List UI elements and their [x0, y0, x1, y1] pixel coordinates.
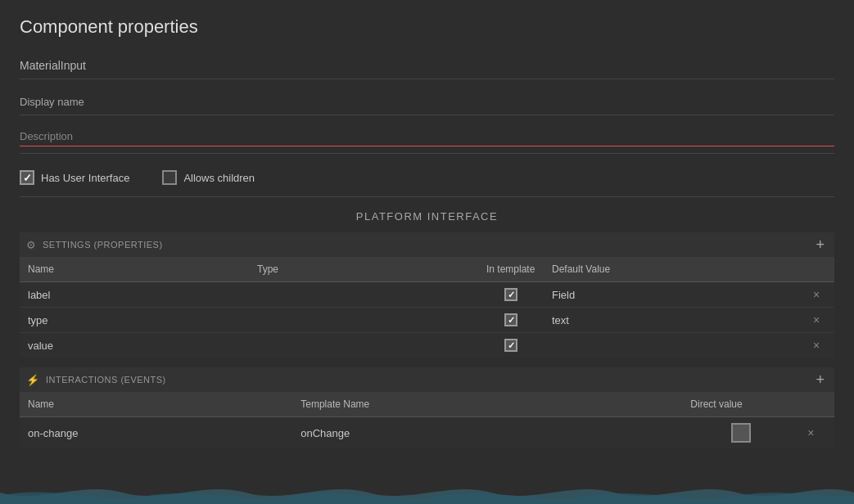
col-name-header: Name — [20, 257, 249, 282]
has-user-interface-label: Has User Interface — [41, 172, 129, 184]
description-input[interactable] — [20, 127, 834, 146]
wave-footer — [0, 481, 854, 504]
interactions-header-row: Name Template Name Direct value — [20, 392, 834, 417]
row-delete-button[interactable]: × — [813, 288, 820, 301]
row-name-type: type — [20, 308, 249, 333]
in-template-checkbox-value[interactable] — [504, 339, 517, 352]
interactions-table-head: Name Template Name Direct value — [20, 392, 834, 417]
settings-header-row: Name Type In template Default Value — [20, 257, 834, 282]
allows-children-label: Allows children — [183, 172, 255, 184]
table-row: type text × — [20, 308, 834, 333]
table-row: label Field × — [20, 282, 834, 308]
in-template-checkbox-type[interactable] — [504, 313, 517, 326]
col-in-template-header: In template — [478, 257, 544, 282]
row-type — [249, 282, 478, 308]
in-template-cb-wrap — [486, 339, 535, 352]
row-in-template-cell — [478, 333, 544, 358]
interactions-table-body: on-change onChange × — [20, 417, 834, 449]
interaction-template-name: onChange — [292, 417, 682, 449]
row-in-template-cell — [478, 282, 544, 308]
page-title: Component properties — [20, 16, 834, 38]
row-in-template-cell — [478, 308, 544, 333]
settings-section-header: ⚙ SETTINGS (Properties) + — [20, 232, 834, 257]
checkboxes-row: Has User Interface Allows children — [20, 159, 834, 197]
main-container: Component properties MaterialInput Displ… — [0, 0, 854, 465]
col-direct-value-header: Direct value — [682, 392, 799, 417]
settings-section: ⚙ SETTINGS (Properties) + Name Type In t… — [20, 232, 834, 358]
direct-value-box[interactable] — [731, 423, 751, 443]
settings-add-button[interactable]: + — [812, 237, 828, 252]
interactions-section: ⚡ INTERACTIONS (Events) + Name Template … — [20, 367, 834, 448]
interaction-action-cell: × — [799, 417, 834, 449]
interactions-section-header: ⚡ INTERACTIONS (Events) + — [20, 367, 834, 392]
row-type — [249, 333, 478, 358]
row-name-label: label — [20, 282, 249, 308]
col-type-header: Type — [249, 257, 478, 282]
interactions-bolt-icon: ⚡ — [26, 374, 39, 386]
interaction-delete-button[interactable]: × — [807, 426, 814, 439]
allows-children-item: Allows children — [162, 170, 255, 185]
has-user-interface-checkbox[interactable] — [20, 170, 34, 185]
table-row: value × — [20, 333, 834, 358]
settings-section-title: SETTINGS (Properties) — [43, 240, 163, 250]
col-default-header: Default Value — [544, 257, 805, 282]
row-action-cell: × — [805, 333, 834, 358]
in-template-cb-wrap — [486, 288, 535, 301]
component-name: MaterialInput — [20, 52, 834, 79]
allows-children-checkbox[interactable] — [162, 170, 177, 185]
table-row: on-change onChange × — [20, 417, 834, 449]
row-name-value: value — [20, 333, 249, 358]
row-default-value — [544, 333, 805, 358]
in-template-cb-wrap — [486, 313, 535, 326]
display-name-row: Display name — [20, 89, 834, 115]
has-user-interface-item: Has User Interface — [20, 170, 129, 185]
interactions-add-button[interactable]: + — [812, 372, 828, 387]
interactions-table: Name Template Name Direct value on-chang… — [20, 392, 834, 448]
row-default-value: text — [544, 308, 805, 333]
row-delete-button[interactable]: × — [813, 339, 820, 352]
row-action-cell: × — [805, 282, 834, 308]
interaction-name: on-change — [20, 417, 292, 449]
settings-gear-icon: ⚙ — [26, 239, 36, 251]
description-row — [20, 120, 834, 154]
settings-table-head: Name Type In template Default Value — [20, 257, 834, 282]
col-template-name-header: Template Name — [292, 392, 682, 417]
interactions-section-title: INTERACTIONS (Events) — [46, 375, 166, 385]
settings-table-body: label Field × type — [20, 282, 834, 358]
row-action-cell: × — [805, 308, 834, 333]
in-template-checkbox-label[interactable] — [504, 288, 517, 301]
row-delete-button[interactable]: × — [813, 313, 820, 326]
row-default-value: Field — [544, 282, 805, 308]
interaction-direct-value-cell — [682, 417, 799, 449]
col-action-header — [805, 257, 834, 282]
col-action-header — [799, 392, 834, 417]
platform-interface-label: PLATFORM INTERFACE — [20, 197, 834, 232]
row-type — [249, 308, 478, 333]
display-name-label: Display name — [20, 96, 834, 108]
interactions-header-left: ⚡ INTERACTIONS (Events) — [26, 374, 166, 386]
settings-header-left: ⚙ SETTINGS (Properties) — [26, 239, 163, 251]
col-name-header: Name — [20, 392, 292, 417]
settings-table: Name Type In template Default Value labe… — [20, 257, 834, 358]
